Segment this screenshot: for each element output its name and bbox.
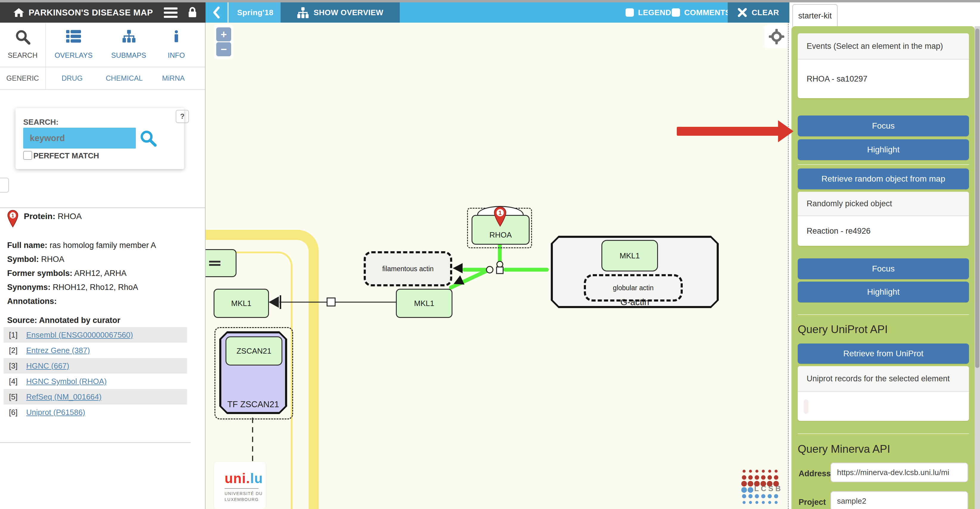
annotation-link[interactable]: Entrez Gene (387): [26, 346, 90, 355]
uniprot-card: Uniprot records for the selected element: [798, 366, 969, 421]
legend-checkbox[interactable]: [625, 8, 634, 17]
version-tab[interactable]: Spring'18: [228, 2, 283, 23]
project-input[interactable]: [830, 491, 968, 509]
annotation-link[interactable]: HGNC (667): [26, 362, 69, 371]
highlight-random-button[interactable]: Highlight: [798, 282, 969, 303]
uniprot-card-body: [798, 392, 969, 421]
sidebar-nav-overlays[interactable]: OVERLAYS: [45, 23, 102, 67]
panel-resize-divider[interactable]: [788, 2, 791, 509]
map-toolbar: Spring'18 SHOW OVERVIEW LEGEND COMMENTS: [205, 2, 789, 23]
annotation-link-row: [5]RefSeq (NM_001664): [3, 389, 187, 404]
lcsb-logo: LCSB: [741, 469, 780, 507]
result-marker-pin: 1: [7, 210, 19, 228]
back-chevron-button[interactable]: [205, 2, 227, 23]
annotation-arrow-head: [778, 120, 794, 142]
menu-icon[interactable]: [164, 5, 178, 20]
annotation-link-row: [2]Entrez Gene (387): [3, 343, 187, 358]
plugin-tab-starter-kit[interactable]: starter-kit: [792, 4, 838, 27]
uniprot-heading: Query UniProt API: [798, 323, 888, 336]
node-zscan21[interactable]: ZSCAN21: [226, 336, 282, 366]
clear-button[interactable]: CLEAR: [728, 2, 789, 23]
annotation-link-row: [1]Ensembl (ENSG00000067560): [3, 327, 187, 343]
search-input[interactable]: [23, 128, 136, 149]
info-icon: [174, 30, 178, 43]
annotation-link[interactable]: Uniprot (P61586): [26, 408, 85, 417]
search-icon: [15, 29, 30, 44]
plugin-panel-area: starter-kit Events (Select an element in…: [791, 2, 980, 509]
retrieve-random-button[interactable]: Retrieve random object from map: [798, 168, 969, 189]
annotation-link-row: [6]Uniprot (P61586): [3, 404, 187, 420]
result-title: Protein: RHOA: [24, 212, 82, 221]
perfect-match-checkbox[interactable]: [23, 151, 32, 160]
result-field: Symbol: RHOA: [7, 255, 64, 264]
focus-random-button[interactable]: Focus: [798, 258, 969, 279]
result-field: Synonyms: RHOH12, Rho12, RhoA: [7, 283, 138, 292]
tab-chemical[interactable]: CHEMICAL: [99, 67, 150, 89]
panel-divider-1: [798, 164, 969, 165]
panel-scrollbar-track[interactable]: [975, 26, 980, 509]
node-mkl1-left[interactable]: MKL1: [213, 289, 269, 318]
crosshair-icon: [769, 29, 784, 44]
node-label: MKL1: [231, 299, 251, 308]
search-label: SEARCH:: [23, 117, 58, 127]
link-index: [2]: [9, 346, 26, 355]
node-label: globular actin: [613, 284, 654, 292]
link-index: [3]: [9, 362, 26, 371]
submaps-icon: [122, 29, 136, 43]
node-mkl1-right[interactable]: MKL1: [396, 289, 452, 318]
result-source: Source: Annotated by curator: [7, 316, 120, 325]
panel-divider-2: [798, 314, 969, 315]
complex-g-actin-label: G-actin: [551, 297, 719, 307]
chevron-left-icon: [212, 6, 220, 19]
node-label: RHOA: [489, 230, 512, 239]
node-filamentous-actin[interactable]: filamentous actin: [364, 251, 452, 286]
node-complex-mkl1[interactable]: MKL1: [601, 240, 658, 271]
annotation-link[interactable]: Ensembl (ENSG00000067560): [26, 330, 133, 339]
retrieve-uniprot-button[interactable]: Retrieve from UniProt: [798, 344, 969, 364]
legend-toggle[interactable]: LEGEND: [625, 2, 671, 23]
left-sidebar: SEARCH OVERLAYS: [0, 23, 205, 509]
zoom-controls: + −: [214, 25, 234, 58]
highlight-button[interactable]: Highlight: [798, 139, 969, 160]
unilu-sub1: UNIVERSITÉ DU: [224, 491, 266, 496]
marker-number: 1: [499, 209, 502, 216]
link-index: [6]: [9, 408, 26, 417]
annotation-link[interactable]: RefSeq (NM_001664): [26, 392, 102, 401]
sidebar-nav-info[interactable]: INFO: [156, 23, 197, 67]
panel-pin-tab[interactable]: [0, 178, 9, 193]
comments-checkbox[interactable]: [672, 8, 680, 17]
search-help-button[interactable]: ?: [176, 110, 189, 123]
panel-scrollbar-thumb[interactable]: [975, 29, 979, 368]
sidebar-nav-search[interactable]: SEARCH: [0, 23, 46, 67]
annotation-link-row: [4]HGNC Symbol (RHOA): [3, 374, 187, 389]
tab-mirna[interactable]: MiRNA: [150, 67, 197, 89]
perfect-match-label: PERFECT MATCH: [33, 151, 99, 160]
show-overview-button[interactable]: SHOW OVERVIEW: [281, 2, 400, 23]
marker-number: 1: [11, 213, 14, 219]
reaction-circle-glyph: [487, 266, 493, 273]
search-submit-icon[interactable]: [139, 130, 157, 147]
annotation-link[interactable]: HGNC Symbol (RHOA): [26, 377, 107, 386]
zoom-out-button[interactable]: −: [216, 42, 231, 56]
address-input[interactable]: [830, 463, 968, 482]
tab-drug[interactable]: DRUG: [45, 67, 99, 89]
result-field: Full name: ras homolog family member A: [7, 241, 156, 250]
uniprot-empty-item: [803, 400, 808, 414]
minerva-app: filamentous actin MKL1 MKL1 RHOA 1 MKL1 …: [0, 0, 980, 509]
node-label: MKL1: [620, 251, 640, 260]
overlays-icon: [66, 30, 81, 43]
sidebar-nav-submaps[interactable]: SUBMAPS: [102, 23, 156, 67]
address-label: Address: [799, 469, 831, 478]
center-map-button[interactable]: [764, 25, 789, 48]
tab-generic[interactable]: GENERIC: [0, 67, 46, 89]
result-links-list: [1]Ensembl (ENSG00000067560)[2]Entrez Ge…: [3, 327, 187, 420]
lock-icon[interactable]: [188, 6, 197, 19]
map-marker-pin[interactable]: 1: [493, 206, 507, 227]
focus-button[interactable]: Focus: [798, 116, 969, 136]
zoom-in-button[interactable]: +: [216, 27, 231, 41]
unilu-logo-card: uni.lu UNIVERSITÉ DU LUXEMBOURG: [214, 462, 266, 509]
annotation-arrow-shaft: [677, 127, 779, 136]
top-edge-strip: [0, 0, 980, 2]
home-icon[interactable]: [13, 8, 24, 17]
comments-toggle[interactable]: COMMENTS: [672, 2, 731, 23]
